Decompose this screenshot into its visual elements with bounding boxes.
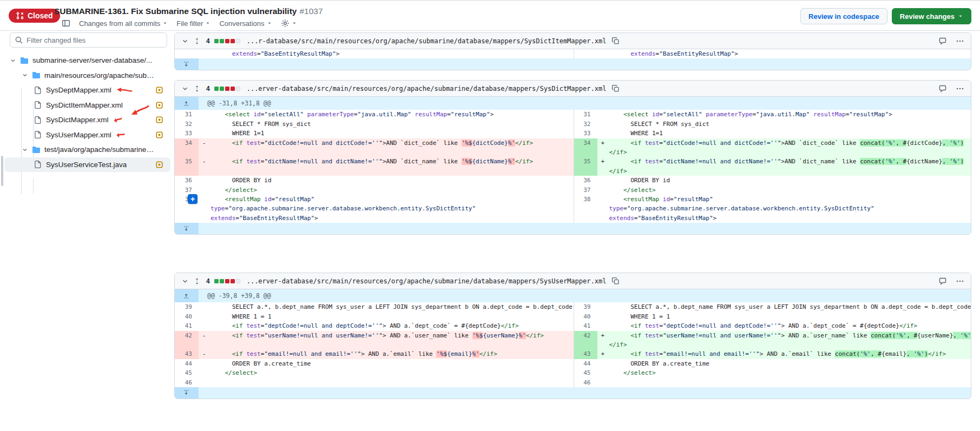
gear-icon <box>281 19 290 28</box>
diff-code-row: 46 46 <box>175 378 971 387</box>
line-number[interactable]: 42 <box>574 331 597 350</box>
file-options-kebab-button[interactable] <box>956 277 964 286</box>
chevron-down-icon[interactable] <box>10 57 16 64</box>
line-number[interactable]: 46 <box>175 378 199 387</box>
chevron-down-icon[interactable] <box>22 147 28 153</box>
tree-file-item[interactable]: SysUserMapper.xml <box>4 128 170 143</box>
code-line: ORDER BY a.create_time <box>211 359 574 368</box>
expand-down-button[interactable] <box>175 58 199 70</box>
line-number[interactable]: 35 <box>175 157 199 176</box>
annotation-arrow <box>128 102 148 108</box>
line-number[interactable]: 40 <box>175 312 199 321</box>
line-number[interactable]: 37 <box>175 185 199 195</box>
expand-up-button[interactable] <box>175 289 199 302</box>
caret-down-icon <box>162 21 168 26</box>
code-line-cell: - <if test="email!=null and email!=''"> … <box>199 349 574 359</box>
tree-scrollbar-thumb[interactable] <box>1 156 3 186</box>
tree-folder-item[interactable]: main/resources/org/apache/subm... <box>4 68 170 83</box>
line-number[interactable] <box>574 49 597 58</box>
code-line-cell: WHERE 1=1 <box>597 129 972 138</box>
line-number[interactable]: 32 <box>574 120 597 129</box>
line-number[interactable]: 44 <box>175 359 199 368</box>
chevron-down-icon <box>181 85 189 92</box>
line-number[interactable]: 42 <box>175 331 199 350</box>
line-number[interactable]: 32 <box>175 120 199 129</box>
copy-path-button[interactable] <box>611 277 620 285</box>
line-number[interactable]: 35 <box>574 157 597 176</box>
expand-down-button[interactable] <box>175 387 199 399</box>
line-number[interactable]: 31 <box>574 110 597 119</box>
line-number[interactable]: 43 <box>574 349 597 359</box>
collapse-file-button[interactable] <box>181 277 189 285</box>
file-options-kebab-button[interactable] <box>956 37 964 45</box>
changes-from-dropdown[interactable]: Changes from all commits <box>79 19 168 28</box>
line-number[interactable]: 46 <box>574 378 597 387</box>
line-number[interactable]: 33 <box>175 129 199 138</box>
line-number[interactable]: 38+ <box>175 195 199 223</box>
line-number[interactable]: 40 <box>574 312 597 321</box>
file-tree-panel: submarine-server/server-database/...main… <box>4 32 170 172</box>
line-number[interactable]: 34 <box>574 138 597 157</box>
diff-code-row: 41 <if test="deptCode!=null and deptCode… <box>175 321 971 330</box>
diff-settings-dropdown[interactable] <box>281 19 297 28</box>
toggle-comments-button[interactable] <box>938 277 947 286</box>
toggle-comments-button[interactable] <box>938 84 947 93</box>
line-number[interactable]: 36 <box>175 176 199 185</box>
tree-folder-item[interactable]: submarine-server/server-database/... <box>4 53 170 68</box>
tree-file-item[interactable]: SysUserServiceTest.java <box>4 157 170 173</box>
collapse-file-button[interactable] <box>181 37 189 45</box>
line-number[interactable] <box>175 49 199 58</box>
drag-handle[interactable] <box>193 277 201 285</box>
pr-title-row: SUBMARINE-1361. Fix Submarine SQL inject… <box>54 6 323 16</box>
code-line-cell: - <if test="userName!=null and userName!… <box>199 331 574 350</box>
line-number[interactable]: 43 <box>175 349 199 359</box>
modified-file-icon <box>156 116 163 123</box>
modified-file-icon <box>156 87 163 94</box>
drag-handle[interactable] <box>193 85 201 92</box>
line-number[interactable]: 39 <box>175 302 199 311</box>
copy-path-button[interactable] <box>611 84 620 92</box>
line-number[interactable]: 45 <box>574 368 597 377</box>
line-number[interactable]: 31 <box>175 110 199 119</box>
line-number[interactable]: 44 <box>574 359 597 368</box>
sidebar-toggle-button[interactable] <box>62 19 70 28</box>
line-number[interactable]: 45 <box>175 368 199 377</box>
line-number[interactable]: 37 <box>574 185 597 195</box>
changed-lines-count: 4 <box>206 85 210 92</box>
tree-file-item[interactable]: SysDictMapper.xml <box>4 112 170 128</box>
tree-file-item[interactable]: SysDeptMapper.xml <box>4 83 170 98</box>
code-line: extends="BaseEntityResultMap"> <box>609 214 972 223</box>
line-number[interactable]: 39 <box>574 302 597 311</box>
expand-down-icon <box>183 225 190 233</box>
filter-changed-files-input[interactable] <box>10 32 167 48</box>
conversations-dropdown[interactable]: Conversations <box>219 19 272 28</box>
tree-item-label: test/java/org/apache/submarine/s... <box>44 145 154 154</box>
comment-icon <box>938 37 947 45</box>
tree-file-item[interactable]: SysDictItemMapper.xml <box>4 98 170 113</box>
diffstat-squares <box>214 87 240 91</box>
drag-handle[interactable] <box>193 37 201 45</box>
line-number[interactable]: 34 <box>175 138 199 157</box>
copy-path-button[interactable] <box>611 37 620 45</box>
line-number[interactable]: 38 <box>574 195 597 223</box>
file-options-kebab-button[interactable] <box>956 84 964 93</box>
code-line-cell: <select id="selectAll" parameterType="ja… <box>597 110 972 119</box>
line-number[interactable]: 41 <box>175 321 199 330</box>
line-number[interactable]: 36 <box>574 176 597 185</box>
expand-down-button[interactable] <box>175 223 199 234</box>
add-comment-button[interactable]: + <box>188 194 198 204</box>
diffstat-square-del <box>225 39 229 43</box>
diffstat-square-add <box>214 87 219 91</box>
expand-up-button[interactable] <box>175 97 199 110</box>
collapse-file-button[interactable] <box>181 85 189 92</box>
file-filter-dropdown[interactable]: File filter <box>176 19 211 28</box>
pr-status-badge: Closed <box>9 9 60 23</box>
review-changes-button[interactable]: Review changes <box>892 8 971 24</box>
toggle-comments-button[interactable] <box>938 37 947 45</box>
chevron-down-icon[interactable] <box>22 72 28 78</box>
line-number[interactable]: 41 <box>574 321 597 330</box>
tree-folder-item[interactable]: test/java/org/apache/submarine/s... <box>4 142 170 157</box>
diffstat-square-empty <box>236 39 240 43</box>
review-in-codespace-button[interactable]: Review in codespace <box>800 8 887 24</box>
line-number[interactable]: 33 <box>574 129 597 138</box>
